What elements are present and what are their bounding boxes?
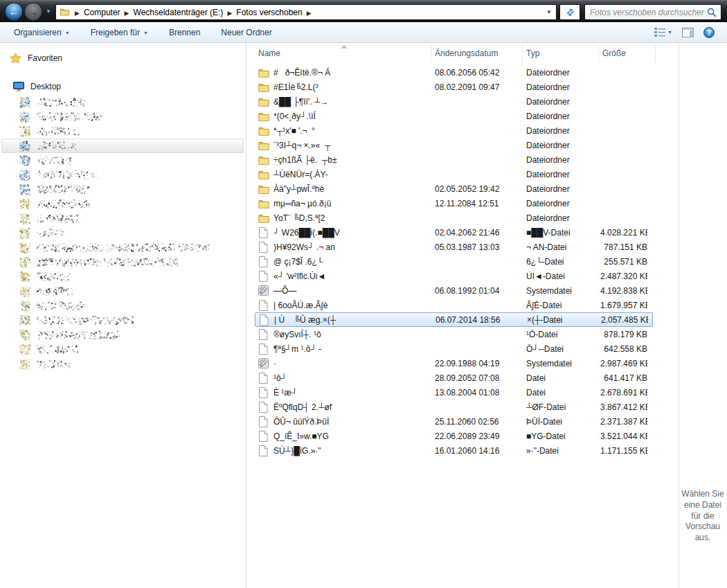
column-header-label: Änderungsdatum bbox=[435, 48, 498, 58]
sidebar-censored-item[interactable] bbox=[19, 328, 120, 342]
file-name-cell: YoT¨ ╚D,S.ª[2 bbox=[255, 213, 435, 224]
file-row[interactable]: ¶ª§┘m ¹.ô┘ -Ô┘--Datei642.558 KB bbox=[255, 341, 653, 356]
column-header-groesse[interactable]: Größe bbox=[599, 44, 656, 62]
censored-blue-icon bbox=[19, 155, 30, 166]
censored-folder-icon bbox=[19, 257, 30, 268]
censored-item-label bbox=[37, 229, 64, 238]
file-row[interactable]: ËºQflqD┤ 2.┴øf┴ØF-Datei3.867.412 KB bbox=[255, 400, 653, 414]
sidebar-censored-item[interactable] bbox=[19, 182, 91, 197]
sidebar-censored-item[interactable] bbox=[19, 284, 75, 299]
change-view-button[interactable]: ▼ bbox=[654, 28, 672, 37]
back-button[interactable]: ← bbox=[5, 3, 23, 21]
address-bar[interactable]: ▶Computer▶Wechseldatenträger (E:)▶Fotos … bbox=[55, 4, 557, 20]
file-name: #E1İè╚2.L(³ bbox=[273, 82, 318, 92]
censored-folder-icon bbox=[19, 242, 30, 253]
file-type-cell: Datei bbox=[526, 388, 600, 398]
sidebar-censored-item[interactable] bbox=[19, 153, 71, 168]
search-input[interactable] bbox=[585, 8, 707, 17]
recent-pages-dropdown-icon[interactable]: ▼ bbox=[46, 8, 51, 15]
file-row[interactable]: È ¹æ┘13.08.2004 01:08Datei2.678.691 KB bbox=[255, 385, 653, 400]
address-dropdown-icon[interactable]: ▼ bbox=[546, 9, 552, 15]
file-row[interactable]: #E1İè╚2.L(³08.02.2091 09:47Dateiordner bbox=[255, 80, 653, 94]
file-name-cell: @ ç¡7$Ī .6¿└ bbox=[255, 256, 435, 267]
file-row[interactable]: )H¥92Ws┘ .¬ an05.03.1987 13:03¬ AN-Datei… bbox=[255, 240, 653, 254]
file-row[interactable]: ÔÛ¬ ûúlÝð.Þûİ25.11.2060 02:56ÞÛİ-Datei2.… bbox=[255, 414, 653, 429]
file-row[interactable]: «┘ ′w²Iflc.Ùi◄ÙI◄-Datei2.487.320 KB bbox=[255, 269, 653, 283]
sidebar-censored-item[interactable] bbox=[19, 95, 85, 109]
sidebar-censored-item[interactable] bbox=[19, 240, 210, 255]
file-type-cell: Systemdatei bbox=[526, 359, 600, 368]
preview-pane-divider[interactable] bbox=[679, 43, 679, 588]
refresh-button[interactable]: ⇄ bbox=[559, 4, 580, 20]
censored-item-label bbox=[37, 258, 179, 267]
sidebar-censored-item[interactable] bbox=[19, 226, 64, 240]
sidebar-censored-item[interactable] bbox=[19, 342, 78, 357]
sidebar-censored-item[interactable] bbox=[19, 313, 134, 328]
file-date-cell: 16.01.2060 14:16 bbox=[435, 446, 526, 456]
file-row[interactable]: ¹ô┘28.09.2052 07:08Datei641.417 KB bbox=[255, 371, 653, 385]
file-row[interactable]: ÷çh1ßÃ ├ë. ┬b±Dateiordner bbox=[255, 152, 653, 167]
file-row[interactable]: Q_íÊ_I»w.■YG22.06.2089 23:49■YG-Datei3.5… bbox=[255, 429, 653, 443]
file-row[interactable]: # ð¬Êítè.®¬ Á08.06.2056 05:42Dateiordner bbox=[255, 65, 653, 80]
file-name: ÷çh1ßÃ ├ë. ┬b± bbox=[273, 155, 337, 165]
sidebar-censored-item[interactable] bbox=[19, 197, 92, 211]
column-header-aenderungsdatum[interactable]: Änderungsdatum bbox=[431, 44, 523, 62]
sidebar-censored-item[interactable] bbox=[19, 168, 99, 182]
file-name-cell: ÔÛ¬ ûúlÝð.Þûİ bbox=[255, 416, 435, 427]
file-name-cell: ¹ô┘ bbox=[255, 373, 435, 384]
file-type-cell: ┴ØF-Datei bbox=[526, 402, 600, 412]
help-button[interactable]: ? bbox=[703, 27, 715, 38]
sidebar-censored-item[interactable] bbox=[19, 357, 70, 371]
file-type-cell: Datei bbox=[526, 373, 600, 383]
file-row[interactable]: *┬¹x′■ ′.¬ °Dateiordner bbox=[255, 123, 653, 138]
sidebar-item-favoriten[interactable]: Favoriten bbox=[10, 53, 62, 64]
file-row[interactable]: ┴ÙëNÜr=(.ÀY-Dateiordner bbox=[255, 167, 653, 181]
breadcrumb-item[interactable]: Wechseldatenträger (E:) bbox=[134, 8, 224, 17]
toolbar-button-organisieren[interactable]: Organisieren▼ bbox=[10, 25, 74, 40]
file-row[interactable]: —Õ—06.08.1992 01:04Systemdatei4.192.838 … bbox=[255, 283, 653, 298]
file-name: ¶ª§┘m ¹.ô┘ - bbox=[273, 344, 321, 354]
column-header-typ[interactable]: Typ bbox=[523, 44, 599, 62]
sidebar-divider[interactable] bbox=[246, 43, 246, 588]
sidebar-censored-item[interactable] bbox=[19, 139, 77, 153]
file-row[interactable]: ®øySvıÏ┼. ¹ô¹Ô-Datei878.179 KB bbox=[255, 327, 653, 341]
file-row[interactable]: ·22.09.1988 04:19Systemdatei2.987.469 KB bbox=[255, 356, 653, 371]
sidebar-censored-item[interactable] bbox=[19, 299, 85, 313]
sidebar-censored-item[interactable] bbox=[19, 109, 102, 124]
file-row[interactable]: ¨³3I┴q¬ ×.»« ┬Dateiordner bbox=[255, 138, 653, 152]
file-row[interactable]: &██ ├¶îí′. ┴→Dateiordner bbox=[255, 94, 653, 109]
file-icon bbox=[258, 300, 269, 311]
sidebar-censored-item[interactable] bbox=[19, 269, 70, 284]
file-row[interactable]: ┘ W26██i(.■██V02.04.2062 21:46■██V-Datei… bbox=[255, 225, 653, 240]
toolbar-button-freigeben-f-r[interactable]: Freigeben für▼ bbox=[87, 25, 152, 40]
breadcrumb-item[interactable]: Computer bbox=[84, 8, 120, 17]
forward-button[interactable]: → bbox=[24, 3, 42, 21]
file-row[interactable]: | 6ooÂÚ.æ.Â∫èÂ∫È-Datei1.679.957 KB bbox=[255, 298, 653, 312]
file-name: · bbox=[273, 359, 276, 368]
file-row[interactable]: mµ═ña¬ µó.ð¡ü12.11.2084 12:51Dateiordner bbox=[255, 196, 653, 211]
file-row[interactable]: Àä"y┴pwĪ.ºhè02.05.2052 19:42Dateiordner bbox=[255, 181, 653, 196]
censored-folder-icon bbox=[19, 199, 30, 210]
file-size-cell: 3.867.412 KB bbox=[600, 402, 647, 412]
file-icon bbox=[258, 271, 269, 282]
file-type-cell: ■██V-Datei bbox=[526, 228, 600, 238]
sidebar-censored-item[interactable] bbox=[19, 255, 179, 269]
file-row[interactable]: *(0<¸ðy┘.\ìÍDateiordner bbox=[255, 109, 653, 123]
file-row[interactable]: SÙ┴}█ïG.»·"16.01.2060 14:16»·"-Datei1.17… bbox=[255, 443, 653, 458]
censored-item-label bbox=[37, 316, 134, 325]
toolbar-button-brennen[interactable]: Brennen bbox=[165, 25, 204, 40]
sidebar-censored-item[interactable] bbox=[19, 211, 82, 226]
sidebar-censored-item[interactable] bbox=[19, 124, 80, 139]
file-name-cell: ┘ W26██i(.■██V bbox=[255, 227, 435, 238]
breadcrumb-item[interactable]: Fotos verschoben bbox=[236, 8, 302, 17]
file-name: YoT¨ ╚D,S.ª[2 bbox=[273, 213, 325, 223]
file-name-cell: ¨³3I┴q¬ ×.»« ┬ bbox=[255, 140, 435, 151]
file-name: —Õ— bbox=[273, 286, 296, 296]
toolbar-button-neuer-ordner[interactable]: Neuer Ordner bbox=[217, 25, 276, 40]
file-row[interactable]: YoT¨ ╚D,S.ª[2Dateiordner bbox=[255, 211, 653, 225]
file-row[interactable]: @ ç¡7$Ī .6¿└6¿└-Datei255.571 KB bbox=[255, 254, 653, 269]
sidebar-item-desktop[interactable]: Desktop bbox=[13, 82, 61, 91]
preview-pane-button[interactable] bbox=[682, 28, 694, 37]
file-row[interactable]: | Ù ╚Û æg.×(┼06.07.2014 18:56×(┼-Datei2.… bbox=[255, 312, 653, 327]
censored-item-label bbox=[37, 330, 120, 339]
